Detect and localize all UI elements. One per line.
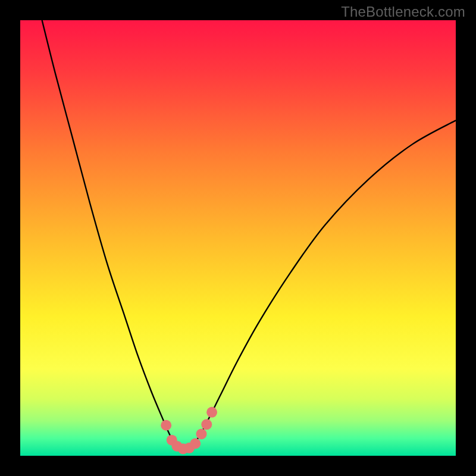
marker-dot [201, 419, 212, 430]
watermark-text: TheBottleneck.com [341, 4, 465, 20]
plot-area [20, 20, 456, 456]
bottleneck-curve [42, 20, 456, 449]
chart-overlay [20, 20, 456, 456]
marker-dot [196, 428, 207, 439]
chart-stage: TheBottleneck.com [0, 0, 476, 476]
sweet-spot-markers [161, 407, 217, 454]
marker-dot [190, 439, 201, 449]
marker-dot [206, 407, 217, 418]
marker-dot [161, 420, 171, 431]
